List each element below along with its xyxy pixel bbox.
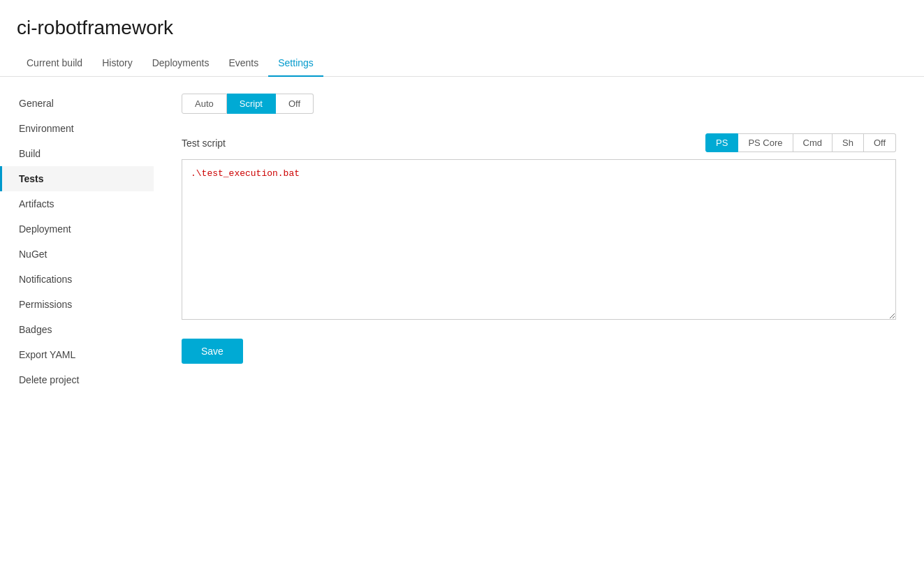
top-navigation: Current build History Deployments Events…: [0, 50, 924, 77]
tab-events[interactable]: Events: [219, 50, 268, 77]
sidebar-item-notifications[interactable]: Notifications: [0, 267, 154, 292]
sidebar-item-permissions[interactable]: Permissions: [0, 292, 154, 317]
test-script-row: Test script PS PS Core Cmd Sh Off: [182, 133, 896, 152]
shell-cmd[interactable]: Cmd: [793, 133, 833, 152]
toggle-auto[interactable]: Auto: [182, 94, 227, 114]
sidebar-item-general[interactable]: General: [0, 91, 154, 116]
sidebar-item-nuget[interactable]: NuGet: [0, 242, 154, 267]
page-title: ci-robotframework: [0, 0, 924, 50]
main-content: Auto Script Off Test script PS PS Core C…: [154, 77, 924, 576]
shell-ps-core[interactable]: PS Core: [738, 133, 793, 152]
tab-history[interactable]: History: [92, 50, 142, 77]
sidebar-item-export-yaml[interactable]: Export YAML: [0, 342, 154, 367]
toggle-script[interactable]: Script: [227, 94, 276, 114]
tab-deployments[interactable]: Deployments: [142, 50, 219, 77]
sidebar-item-delete-project[interactable]: Delete project: [0, 367, 154, 392]
save-button[interactable]: Save: [182, 339, 243, 364]
toggle-off[interactable]: Off: [276, 94, 314, 114]
sidebar-item-build[interactable]: Build: [0, 141, 154, 166]
shell-ps[interactable]: PS: [705, 133, 738, 152]
tab-current-build[interactable]: Current build: [17, 50, 92, 77]
sidebar-item-artifacts[interactable]: Artifacts: [0, 191, 154, 216]
shell-toggle-group: PS PS Core Cmd Sh Off: [705, 133, 896, 152]
tab-settings[interactable]: Settings: [268, 50, 323, 77]
sidebar-item-tests[interactable]: Tests: [0, 166, 154, 191]
settings-sidebar: General Environment Build Tests Artifact…: [0, 77, 154, 576]
shell-sh[interactable]: Sh: [833, 133, 864, 152]
test-script-label: Test script: [182, 138, 705, 149]
sidebar-item-badges[interactable]: Badges: [0, 317, 154, 342]
mode-toggle-group: Auto Script Off: [182, 94, 896, 114]
script-textarea[interactable]: [182, 159, 896, 320]
sidebar-item-environment[interactable]: Environment: [0, 116, 154, 141]
sidebar-item-deployment[interactable]: Deployment: [0, 216, 154, 242]
shell-off[interactable]: Off: [864, 133, 896, 152]
